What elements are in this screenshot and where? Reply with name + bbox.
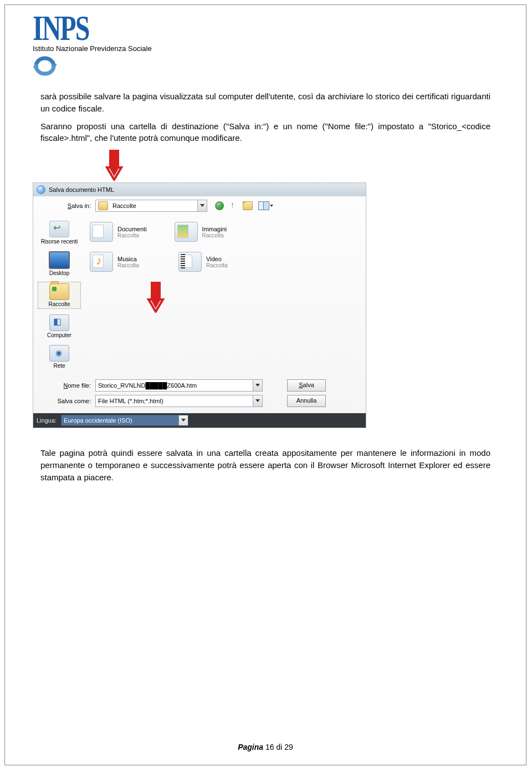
page-footer: Pagina 16 di 29 <box>5 743 526 751</box>
dialog-main: Risorse recenti Desktop Raccolte Compute… <box>33 215 366 374</box>
filetype-value: File HTML (*.htm;*.html) <box>96 398 253 404</box>
folder-icon <box>98 201 108 210</box>
file-item-documents[interactable]: Documenti Raccolta <box>90 222 147 242</box>
music-title: Musica <box>117 256 139 262</box>
language-label: Lingua: <box>37 417 57 424</box>
save-in-value: Raccolte <box>110 202 197 209</box>
filename-value: Storico_RVNLND█████Z600A.htm <box>96 382 253 389</box>
recent-icon <box>49 221 69 237</box>
refresh-icon <box>33 55 498 77</box>
places-sidebar: Risorse recenti Desktop Raccolte Compute… <box>33 215 85 374</box>
save-button[interactable]: Salva <box>287 379 326 392</box>
view-menu-button[interactable] <box>258 201 269 210</box>
sidebar-computer-label: Computer <box>47 332 71 338</box>
images-icon <box>175 222 198 242</box>
documents-sub: Raccolta <box>117 232 147 238</box>
page-header: INPS Istituto Nazionale Previdenza Socia… <box>5 5 526 90</box>
callout-arrow-top <box>105 150 526 182</box>
file-item-video[interactable]: Video Raccolta <box>178 252 228 272</box>
computer-icon <box>49 314 69 331</box>
dialog-title-text: Salva documento HTML <box>49 186 114 193</box>
file-item-images[interactable]: Immagini Raccolta <box>175 222 227 242</box>
paragraph-3: Tale pagina potrà quindi essere salvata … <box>40 447 490 483</box>
video-icon <box>178 252 202 272</box>
music-sub: Raccolta <box>117 262 139 268</box>
file-pane[interactable]: Documenti Raccolta Immagini Raccolta <box>85 215 366 374</box>
music-icon <box>90 252 113 272</box>
save-dialog: Salva documento HTML Salva in: Raccolte … <box>33 182 366 428</box>
filename-input[interactable]: Storico_RVNLND█████Z600A.htm <box>95 379 263 392</box>
video-title: Video <box>206 256 228 262</box>
filename-label: Nome file: <box>38 382 95 389</box>
dropdown-icon[interactable] <box>197 200 207 211</box>
network-icon <box>49 345 69 362</box>
cancel-button[interactable]: Annulla <box>287 395 326 407</box>
documents-icon <box>90 222 113 242</box>
dialog-titlebar: Salva documento HTML <box>33 183 366 196</box>
save-in-row: Salva in: Raccolte <box>33 196 366 215</box>
svg-rect-5 <box>111 152 117 167</box>
file-item-music[interactable]: Musica Raccolta <box>90 252 139 272</box>
sidebar-recent-label: Risorse recenti <box>41 238 78 245</box>
document-page: INPS Istituto Nazionale Previdenza Socia… <box>4 4 526 765</box>
footer-page-number: 16 di 29 <box>265 743 293 751</box>
libraries-icon <box>49 283 69 300</box>
filetype-combo[interactable]: File HTML (*.htm;*.html) <box>95 395 263 407</box>
sidebar-recent[interactable]: Risorse recenti <box>38 220 80 246</box>
video-sub: Raccolta <box>206 262 228 268</box>
callout-arrow-middle <box>146 282 361 314</box>
paragraph-1: sarà possibile salvare la pagina visuali… <box>40 90 490 115</box>
sidebar-libraries-label: Raccolte <box>49 301 70 307</box>
save-in-combo[interactable]: Raccolte <box>95 200 207 212</box>
up-one-level-button[interactable] <box>229 202 237 210</box>
documents-title: Documenti <box>117 226 147 232</box>
form-rows: Nome file: Storico_RVNLND█████Z600A.htm … <box>33 374 366 413</box>
dropdown-icon[interactable] <box>253 380 262 391</box>
language-combo[interactable]: Europa occidentale (ISO) <box>61 415 188 426</box>
sidebar-libraries[interactable]: Raccolte <box>38 282 81 309</box>
inps-logo: INPS <box>33 8 498 48</box>
language-row: Lingua: Europa occidentale (ISO) <box>33 413 366 428</box>
save-in-label: Salva in: <box>38 202 95 209</box>
images-title: Immagini <box>202 226 227 232</box>
body-text-block-1: sarà possibile salvare la pagina visuali… <box>5 90 526 144</box>
dropdown-icon[interactable] <box>253 395 262 407</box>
dialog-toolbar <box>215 201 269 210</box>
desktop-icon <box>49 251 70 269</box>
filetype-label: Salva come: <box>38 398 95 404</box>
new-folder-button[interactable] <box>243 201 253 210</box>
sidebar-desktop[interactable]: Desktop <box>38 250 80 277</box>
sidebar-computer[interactable]: Computer <box>38 313 80 339</box>
language-value: Europa occidentale (ISO) <box>64 417 132 424</box>
sidebar-network-label: Rete <box>53 363 65 369</box>
body-text-block-2: Tale pagina potrà quindi essere salvata … <box>5 447 526 483</box>
footer-label: Pagina <box>238 743 263 751</box>
back-button[interactable] <box>215 201 224 210</box>
ie-icon <box>37 185 45 194</box>
sidebar-network[interactable]: Rete <box>38 344 80 370</box>
paragraph-2: Saranno proposti una cartella di destina… <box>40 120 490 145</box>
dropdown-icon[interactable] <box>178 415 188 425</box>
svg-rect-6 <box>153 284 158 299</box>
images-sub: Raccolta <box>202 232 227 238</box>
sidebar-desktop-label: Desktop <box>49 270 70 276</box>
